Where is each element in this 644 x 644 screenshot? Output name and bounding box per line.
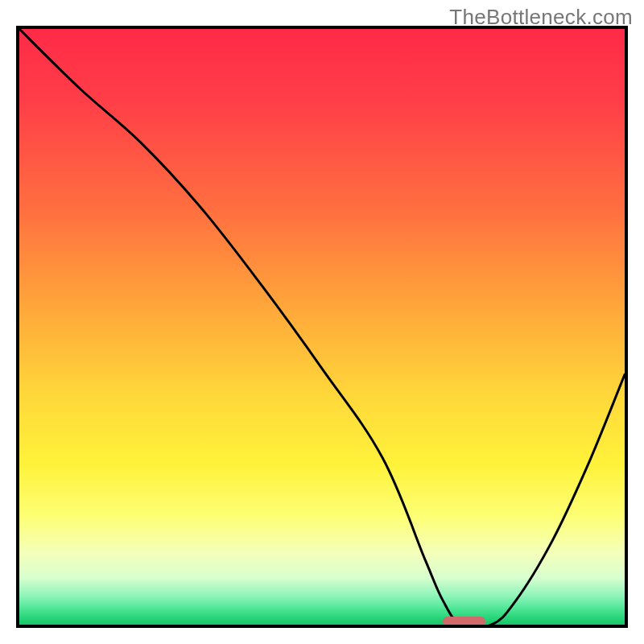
chart-frame: TheBottleneck.com: [0, 0, 644, 644]
bottleneck-curve: [19, 29, 625, 625]
plot-area: [16, 26, 628, 628]
minimum-marker: [443, 617, 485, 626]
